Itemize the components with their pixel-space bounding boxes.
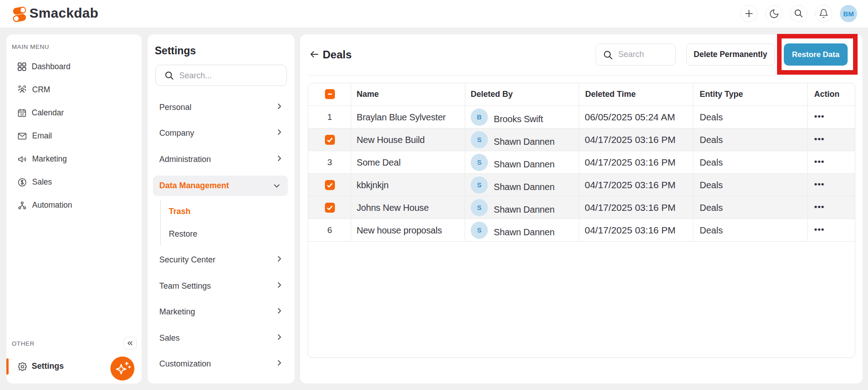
svg-text:12: 12: [20, 113, 24, 116]
